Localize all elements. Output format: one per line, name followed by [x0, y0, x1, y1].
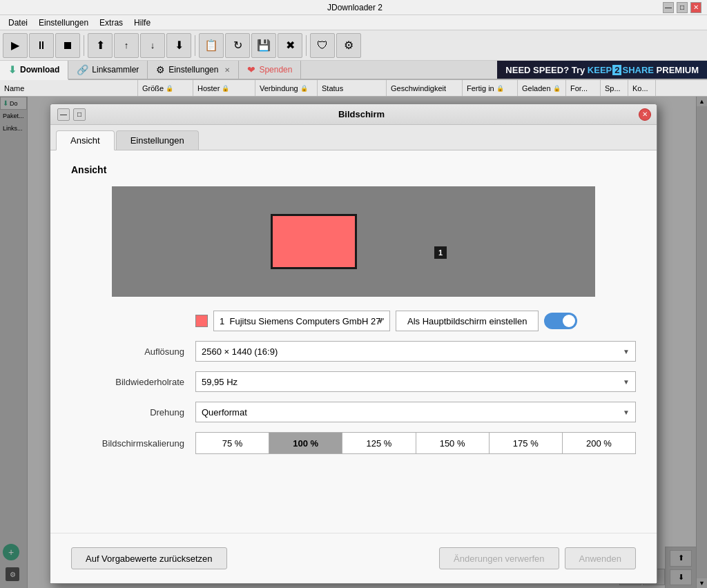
save-button[interactable]: 💾	[251, 33, 276, 58]
discard-button[interactable]: Änderungen verwerfen	[439, 547, 559, 569]
lock-icon-5: 🔒	[553, 85, 561, 92]
dialog-minimize-button[interactable]: —	[57, 108, 70, 121]
col-verbindung[interactable]: Verbindung 🔒	[255, 80, 318, 96]
separator-1	[84, 35, 84, 56]
app-title: JDownloader 2	[47, 3, 663, 12]
title-bar: JDownloader 2 — □ ✕	[0, 0, 707, 15]
clipboard-button[interactable]: 📋	[199, 33, 224, 58]
dialog-tab-ansicht[interactable]: Ansicht	[56, 130, 115, 150]
col-geschwindigkeit[interactable]: Geschwindigkeit	[387, 80, 463, 96]
main-area: ▲ ▼ ⬆ ⬇ ⊞ ≡ ⬇ Do Paket... Links... + ⚙	[0, 97, 707, 588]
settings2-button[interactable]: ⚙	[336, 33, 361, 58]
lock-icon-3: 🔒	[300, 85, 308, 92]
menu-datei[interactable]: Datei	[3, 17, 33, 29]
scale-175[interactable]: 175 %	[490, 433, 563, 453]
move-up-button[interactable]: ↑	[114, 33, 139, 58]
aufloesung-row: Auflösung 2560 × 1440 (16:9) ▼	[71, 341, 636, 362]
stop-button[interactable]: ⏹	[55, 33, 80, 58]
dialog-tab-einstellungen[interactable]: Einstellungen	[116, 130, 199, 150]
tab-spenden-label: Spenden	[259, 65, 292, 75]
aufloesung-label: Auflösung	[71, 346, 195, 357]
monitor-number: 1	[434, 246, 447, 259]
col-ko[interactable]: Ko...	[628, 80, 656, 96]
apply-button[interactable]: Anwenden	[565, 547, 636, 569]
scale-buttons-group: 75 % 100 % 125 % 150 % 175 % 200 %	[195, 432, 636, 454]
monitor-preview: 1	[112, 186, 595, 297]
monitor-dropdown[interactable]: 1 Fujitsu Siemens Computers GmbH 27" ▼	[213, 311, 390, 331]
scale-100[interactable]: 100 %	[269, 433, 342, 453]
tabs-bar: ⬇ Download 🔗 Linksammler ⚙ Einstellungen…	[0, 61, 707, 80]
col-name[interactable]: Name	[0, 80, 138, 96]
set-main-button[interactable]: Als Hauptbildschirm einstellen	[396, 311, 539, 331]
lock-icon-1: 🔒	[166, 85, 173, 92]
move-down-button[interactable]: ↓	[140, 33, 165, 58]
tab-download[interactable]: ⬇ Download	[0, 61, 68, 80]
dialog-controls-left: — □	[56, 108, 86, 121]
pause-button[interactable]: ⏸	[29, 33, 54, 58]
scale-125[interactable]: 125 %	[342, 433, 416, 453]
shield-button[interactable]: 🛡	[310, 33, 335, 58]
modal-overlay: — □ Bildschirm ✕ Ansicht Einstellungen A…	[0, 97, 707, 588]
col-status[interactable]: Status	[318, 80, 387, 96]
clear-button[interactable]: ✖	[278, 33, 302, 58]
tab-einstellungen[interactable]: ⚙ Einstellungen ✕	[148, 61, 239, 79]
scale-75[interactable]: 75 %	[196, 433, 269, 453]
drehung-row: Drehung Querformat ▼	[71, 402, 636, 422]
skalierung-label: Bildschirmskalierung	[71, 438, 195, 449]
dialog-title: Bildschirm	[86, 109, 637, 119]
monitor-color-indicator	[195, 315, 208, 327]
maximize-button[interactable]: □	[677, 2, 688, 13]
menu-extras[interactable]: Extras	[94, 17, 128, 29]
minimize-button[interactable]: —	[663, 2, 674, 13]
move-top-button[interactable]: ⬆	[88, 33, 113, 58]
monitor-selector: 1 Fujitsu Siemens Computers GmbH 27" ▼	[195, 311, 390, 331]
tab-linksammler[interactable]: 🔗 Linksammler	[68, 61, 148, 79]
aufloesung-dropdown[interactable]: 2560 × 1440 (16:9) ▼	[195, 341, 636, 362]
dialog-maximize-button[interactable]: □	[73, 108, 86, 121]
col-hoster[interactable]: Hoster 🔒	[193, 80, 255, 96]
drehung-value: Querformat	[202, 407, 247, 418]
section-title-ansicht: Ansicht	[71, 164, 636, 175]
dialog-footer: Auf Vorgabewerte zurücksetzen Änderungen…	[50, 533, 657, 583]
dialog-titlebar: — □ Bildschirm ✕	[50, 104, 657, 125]
move-bottom-button[interactable]: ⬇	[166, 33, 191, 58]
menu-hilfe[interactable]: Hilfe	[128, 17, 156, 29]
download-tab-icon: ⬇	[8, 64, 17, 75]
lock-icon-4: 🔒	[496, 85, 504, 92]
promo-banner[interactable]: NEED SPEED? Try KEEP2SHARE PREMIUM	[497, 61, 707, 79]
skalierung-row: Bildschirmskalierung 75 % 100 % 125 % 15…	[71, 432, 636, 454]
bildwiederholrate-row: Bildwiederholrate 59,95 Hz ▼	[71, 371, 636, 392]
promo-keep: KEEP	[585, 65, 612, 75]
toolbar: ▶ ⏸ ⏹ ⬆ ↑ ↓ ⬇ 📋 ↻ 💾 ✖ 🛡 ⚙	[0, 30, 707, 61]
promo-2: 2	[612, 65, 621, 75]
close-button[interactable]: ✕	[690, 2, 701, 13]
play-button[interactable]: ▶	[3, 33, 28, 58]
dialog-body: Ansicht 1 1	[50, 150, 657, 478]
drehung-dropdown-arrow: ▼	[623, 409, 630, 416]
tab-linksammler-label: Linksammler	[92, 65, 139, 75]
drehung-dropdown[interactable]: Querformat ▼	[195, 402, 636, 422]
reset-button[interactable]: Auf Vorgabewerte zurücksetzen	[71, 547, 227, 569]
column-headers: Name Größe 🔒 Hoster 🔒 Verbindung 🔒 Statu…	[0, 80, 707, 97]
col-for[interactable]: For...	[566, 80, 601, 96]
scale-200[interactable]: 200 %	[563, 433, 635, 453]
dialog-close-button[interactable]: ✕	[639, 108, 651, 121]
monitor-selector-row: 1 Fujitsu Siemens Computers GmbH 27" ▼ A…	[71, 311, 636, 331]
tab-spenden[interactable]: ❤ Spenden	[239, 61, 301, 79]
scale-150[interactable]: 150 %	[416, 433, 490, 453]
skalierung-control: 75 % 100 % 125 % 150 % 175 % 200 %	[195, 432, 636, 454]
col-geladen[interactable]: Geladen 🔒	[518, 80, 566, 96]
aufloesung-dropdown-arrow: ▼	[623, 348, 630, 355]
bildwiederholrate-dropdown[interactable]: 59,95 Hz ▼	[195, 371, 636, 392]
col-sp[interactable]: Sp...	[601, 80, 628, 96]
drehung-control: Querformat ▼	[195, 402, 636, 422]
refresh-button[interactable]: ↻	[225, 33, 250, 58]
col-fertigin[interactable]: Fertig in 🔒	[463, 80, 518, 96]
menu-einstellungen[interactable]: Einstellungen	[33, 17, 94, 29]
col-groesse[interactable]: Größe 🔒	[138, 80, 193, 96]
monitor-number-display: 1	[220, 316, 224, 326]
aufloesung-control: 2560 × 1440 (16:9) ▼	[195, 341, 636, 362]
tab-einstellungen-close[interactable]: ✕	[224, 66, 230, 74]
main-screen-toggle[interactable]	[544, 313, 577, 329]
dialog-spacer	[50, 478, 657, 533]
